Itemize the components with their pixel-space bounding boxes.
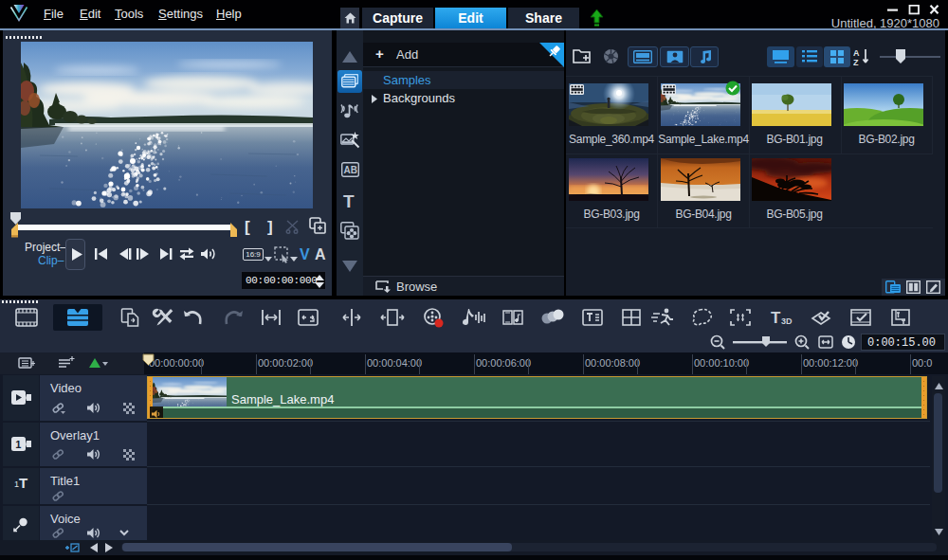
svg-text:3D: 3D (781, 316, 793, 326)
svg-text:AB: AB (344, 165, 357, 175)
svg-text:A: A (853, 48, 860, 58)
svg-text:1: 1 (15, 439, 21, 450)
svg-text:T: T (771, 309, 781, 327)
svg-text:Z: Z (853, 58, 859, 66)
